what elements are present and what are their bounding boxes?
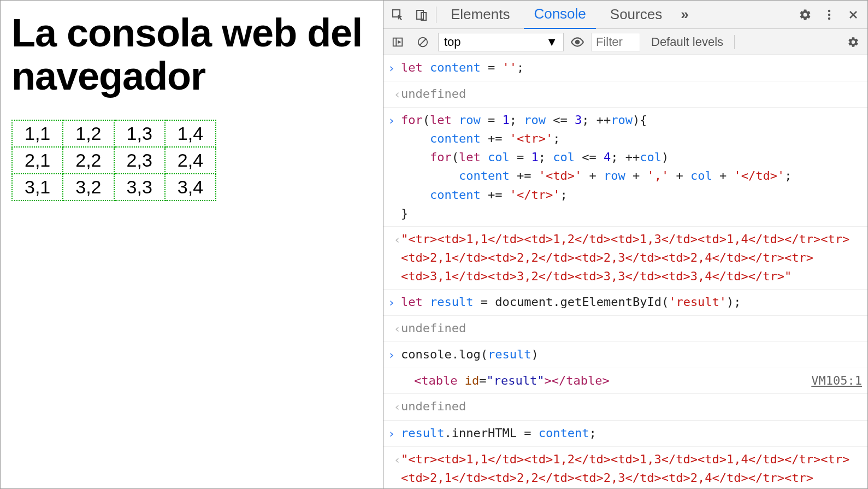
console-entry: ›undefined: [383, 394, 867, 420]
return-chevron-icon: ›: [388, 319, 401, 338]
console-entry: ›for(let row = 1; row <= 3; ++row){ cont…: [383, 108, 867, 227]
inspect-element-icon[interactable]: [388, 5, 408, 25]
input-chevron-icon: ›: [388, 58, 401, 78]
kebab-menu-icon[interactable]: [819, 5, 839, 25]
svg-point-4: [828, 13, 830, 15]
settings-icon[interactable]: [795, 5, 815, 25]
console-entry-content: let result = document.getElementById('re…: [401, 293, 862, 312]
table-cell: 1,4: [165, 120, 216, 147]
page-title: La consola web del navegador: [11, 11, 372, 98]
execution-context-select[interactable]: top ▼: [438, 33, 564, 51]
return-chevron-icon: ›: [388, 397, 401, 416]
console-entry: ›let content = '';: [383, 55, 867, 81]
console-entry-content: "<tr><td>1,1</td><td>1,2</td><td>1,3</td…: [401, 450, 862, 488]
console-entry-content: "<tr><td>1,1</td><td>1,2</td><td>1,3</td…: [401, 230, 862, 286]
table-cell: 3,4: [165, 174, 216, 201]
table-cell: 2,3: [114, 147, 165, 174]
console-entry-content: undefined: [401, 397, 862, 416]
svg-point-5: [828, 17, 830, 19]
devtools-panel: Elements Console Sources » top ▼ Default: [383, 1, 867, 488]
console-source-link[interactable]: VM105:1: [806, 372, 862, 390]
table-cell: 2,1: [12, 147, 63, 174]
console-entry-content: let content = '';: [401, 58, 862, 78]
console-entry-content: <table id="result"></table>: [401, 372, 806, 390]
table-cell: 2,2: [63, 147, 114, 174]
table-cell: 1,1: [12, 120, 63, 147]
clear-console-icon[interactable]: [413, 32, 433, 52]
input-chevron-icon: ›: [388, 293, 401, 312]
chevron-down-icon: ▼: [546, 35, 558, 49]
table-cell: 3,3: [114, 174, 165, 201]
console-entry-content: undefined: [401, 85, 862, 104]
input-chevron-icon: ›: [388, 424, 401, 443]
console-entry-content: result.innerHTML = content;: [401, 424, 862, 443]
tab-elements[interactable]: Elements: [441, 1, 519, 28]
return-chevron-icon: ›: [388, 230, 401, 286]
table-cell: 1,2: [63, 120, 114, 147]
console-entry-content: undefined: [401, 319, 862, 338]
console-sidebar-toggle-icon[interactable]: [388, 32, 408, 52]
table-cell: 2,4: [165, 147, 216, 174]
console-entry: ›let result = document.getElementById('r…: [383, 290, 867, 316]
close-icon[interactable]: [843, 5, 863, 25]
console-toolbar: top ▼ Default levels: [383, 29, 867, 55]
console-entry: ›result.innerHTML = content;: [383, 421, 867, 447]
console-settings-icon[interactable]: [843, 32, 863, 52]
device-toolbar-icon[interactable]: [412, 5, 432, 25]
result-table: 1,11,21,31,42,12,22,32,43,13,23,33,4: [11, 120, 216, 201]
live-expression-icon[interactable]: [569, 34, 586, 50]
log-levels-select[interactable]: Default levels: [646, 35, 729, 49]
svg-point-10: [576, 40, 580, 44]
devtools-tabbar: Elements Console Sources »: [383, 1, 867, 29]
svg-rect-1: [417, 10, 423, 19]
input-chevron-icon: ›: [388, 111, 401, 223]
return-chevron-icon: ›: [388, 450, 401, 488]
table-cell: 1,3: [114, 120, 165, 147]
console-entry: ›"<tr><td>1,1</td><td>1,2</td><td>1,3</t…: [383, 227, 867, 290]
table-cell: 3,1: [12, 174, 63, 201]
execution-context-value: top: [444, 35, 461, 49]
console-entry-content: for(let row = 1; row <= 3; ++row){ conte…: [401, 111, 862, 223]
svg-point-3: [828, 9, 830, 11]
filter-input[interactable]: [591, 33, 640, 51]
svg-line-9: [420, 39, 426, 45]
input-chevron-icon: ›: [388, 345, 401, 364]
console-entry-content: console.log(result): [401, 345, 862, 364]
console-entry: ›undefined: [383, 81, 867, 108]
tab-sources[interactable]: Sources: [600, 1, 672, 28]
tab-console[interactable]: Console: [524, 0, 595, 30]
console-entry: ›console.log(result): [383, 342, 867, 368]
more-tabs-button[interactable]: »: [676, 1, 693, 28]
return-chevron-icon: ›: [388, 85, 401, 104]
table-cell: 3,2: [63, 174, 114, 201]
console-entry: ›"<tr><td>1,1</td><td>1,2</td><td>1,3</t…: [383, 447, 867, 488]
console-output[interactable]: ›let content = '';›undefined›for(let row…: [383, 55, 867, 488]
console-entry: ›undefined: [383, 316, 867, 342]
console-entry: <table id="result"></table>VM105:1: [383, 368, 867, 394]
log-gutter: [388, 372, 401, 390]
page-content: La consola web del navegador 1,11,21,31,…: [1, 1, 383, 488]
